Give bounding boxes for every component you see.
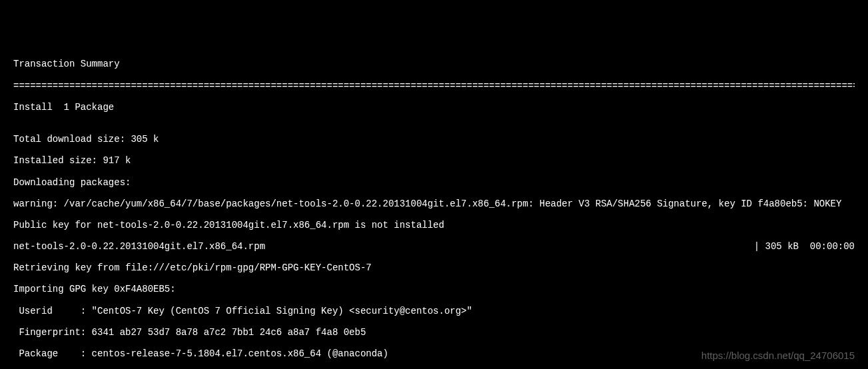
install-package-count: Install 1 Package <box>13 102 855 113</box>
terminal-output: Transaction Summary ====================… <box>13 48 855 369</box>
total-download-size: Total download size: 305 k <box>13 134 855 145</box>
gpg-userid: Userid : "CentOS-7 Key (CentOS 7 Officia… <box>13 306 855 316</box>
rpm-name: net-tools-2.0-0.22.20131004git.el7.x86_6… <box>13 241 265 252</box>
public-key-line: Public key for net-tools-2.0-0.22.201310… <box>13 220 855 230</box>
rpm-progress-status: | 305 kB 00:00:00 <box>754 241 855 252</box>
divider-line: ========================================… <box>13 81 855 91</box>
warning-line: warning: /var/cache/yum/x86_64/7/base/pa… <box>13 198 855 209</box>
transaction-summary-header: Transaction Summary <box>13 59 855 69</box>
installed-size: Installed size: 917 k <box>13 155 855 166</box>
gpg-fingerprint: Fingerprint: 6341 ab27 53d7 8a78 a7c2 7b… <box>13 327 855 338</box>
rpm-download-progress: net-tools-2.0-0.22.20131004git.el7.x86_6… <box>13 241 855 252</box>
retrieving-key: Retrieving key from file:///etc/pki/rpm-… <box>13 262 855 273</box>
watermark-text: https://blog.csdn.net/qq_24706015 <box>701 350 855 361</box>
downloading-packages: Downloading packages: <box>13 177 855 188</box>
importing-key: Importing GPG key 0xF4A80EB5: <box>13 284 855 294</box>
